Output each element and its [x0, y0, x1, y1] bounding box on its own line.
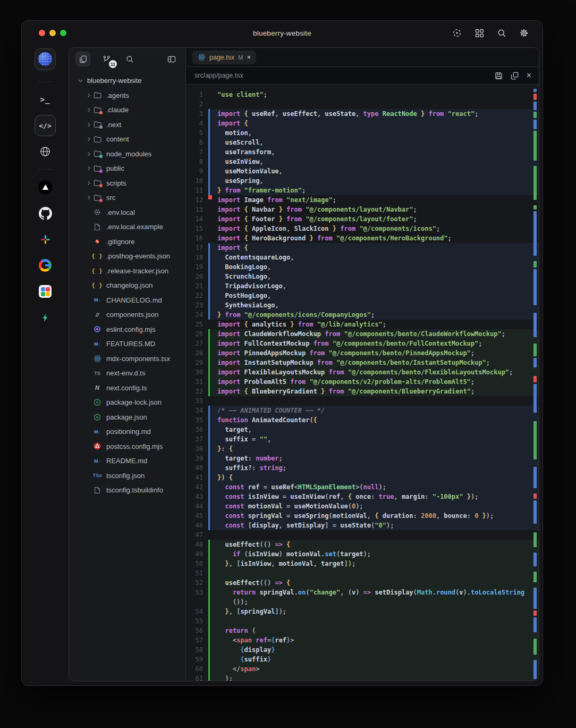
code-line-5[interactable]: 5 motion, — [186, 128, 539, 138]
code-line-20[interactable]: 20 ScrunchLogo, — [186, 272, 539, 281]
code-line-59[interactable]: 59 {suffix} — [186, 655, 539, 664]
code-line-58[interactable]: 58 {display} — [186, 645, 539, 655]
tree-item-.env.local.example[interactable]: .env.local.example — [69, 220, 185, 235]
tree-item-.gitignore[interactable]: .gitignore — [69, 235, 185, 249]
code-line-54[interactable]: 54 }, [springVal]); — [186, 607, 539, 616]
code-line-37[interactable]: 37 suffix = "", — [186, 434, 539, 444]
code-line-25[interactable]: 25import { analytics } from "@/lib/analy… — [186, 320, 539, 329]
save-file-icon[interactable] — [495, 72, 503, 80]
rail-item-github[interactable] — [35, 203, 56, 224]
code-line-3[interactable]: 3import { useRef, useEffect, useState, t… — [186, 109, 539, 119]
tree-item-eslint.config.mjs[interactable]: eslint.config.mjs — [69, 322, 185, 337]
chevron-right-icon[interactable] — [85, 151, 92, 157]
code-line-56[interactable]: 56 return ( — [186, 626, 539, 635]
code-line-57[interactable]: 57 <span ref={ref}> — [186, 635, 539, 645]
rail-item-google[interactable] — [35, 255, 56, 276]
tree-item-.env.local[interactable]: .env.local — [69, 205, 185, 220]
rail-item-code-editor[interactable]: </> — [35, 115, 56, 136]
code-line-45[interactable]: 45 const springVal = useSpring(motionVal… — [186, 511, 539, 521]
code-line-33[interactable]: 33 — [186, 396, 539, 406]
tree-item-README.md[interactable]: M↓README.md — [69, 454, 185, 468]
code-line-26[interactable]: 26import ClaudeWorkflowMockup from "@/co… — [186, 329, 539, 339]
code-line-44[interactable]: 44 const motionVal = useMotionValue(0); — [186, 501, 539, 511]
code-line-27[interactable]: 27import FullContextMockup from "@/compo… — [186, 339, 539, 348]
tree-item-postcss.config.mjs[interactable]: postcss.config.mjs — [69, 439, 185, 454]
files-view-button[interactable] — [75, 52, 90, 66]
code-line-55[interactable]: 55 — [186, 616, 539, 626]
code-line-52[interactable]: 52 useEffect(() => { — [186, 578, 539, 588]
code-line-8[interactable]: 8 useInView, — [186, 157, 539, 166]
tree-item-scripts[interactable]: scripts — [69, 176, 185, 191]
code-line-16[interactable]: 16import { HeroBackground } from "@/comp… — [186, 233, 539, 243]
code-line-15[interactable]: 15import { AppleIcon, SlackIcon } from "… — [186, 224, 539, 233]
tab-page-tsx[interactable]: page.tsx M × — [192, 51, 256, 64]
chevron-right-icon[interactable] — [85, 122, 92, 128]
code-line-6[interactable]: 6 useScroll, — [186, 138, 539, 147]
chevron-right-icon[interactable] — [85, 165, 92, 171]
code-line-40[interactable]: 40 suffix?: string; — [186, 463, 539, 473]
code-line-17[interactable]: 17import { — [186, 243, 539, 253]
tree-item-.agents[interactable]: .agents — [69, 88, 185, 103]
tree-item-content[interactable]: content — [69, 132, 185, 147]
code-line-48[interactable]: 48 useEffect(() => { — [186, 540, 539, 549]
tree-item-tsconfig.json[interactable]: TS⛭tsconfig.json — [69, 468, 185, 483]
tree-item-package-lock.json[interactable]: package-lock.json — [69, 395, 185, 410]
tab-close-icon[interactable]: × — [247, 54, 251, 61]
code-line-12[interactable]: 12import Image from "next/image"; — [186, 195, 539, 205]
code-line-53[interactable]: 53 return springVal.on("change", (v) => … — [186, 588, 539, 597]
tree-item-next-env.d.ts[interactable]: TSnext-env.d.ts — [69, 366, 185, 381]
rail-item-vercel[interactable] — [35, 177, 56, 198]
code-line-43[interactable]: 43 const isInView = useInView(ref, { onc… — [186, 492, 539, 501]
tree-item-public[interactable]: public — [69, 161, 185, 176]
rail-item-terminal[interactable]: >_ — [35, 89, 56, 110]
code-line-38[interactable]: 38}: { — [186, 444, 539, 454]
code-line-41[interactable]: 41}) { — [186, 473, 539, 482]
tree-item-.posthog-events.json[interactable]: { }.posthog-events.json — [69, 249, 185, 264]
code-line-34[interactable]: 34/* —— ANIMATED COUNTER —— */ — [186, 406, 539, 415]
code-line-46[interactable]: 46 const [display, setDisplay] = useStat… — [186, 521, 539, 530]
chevron-right-icon[interactable] — [85, 180, 92, 186]
code-line-9[interactable]: 9 useMotionValue, — [186, 166, 539, 176]
chevron-right-icon[interactable] — [85, 93, 92, 98]
code-line-1[interactable]: 1"use client"; — [186, 90, 539, 99]
code-line-23[interactable]: 23 SynthesiaLogo, — [186, 300, 539, 310]
tree-item-components.json[interactable]: //components.json — [69, 307, 185, 322]
code-line-4[interactable]: 4import { — [186, 119, 539, 128]
rail-item-photos[interactable] — [35, 281, 56, 302]
code-line-61[interactable]: 61 ); — [186, 674, 539, 681]
code-line-29[interactable]: 29import InstantSetupMockup from "@/comp… — [186, 358, 539, 367]
code-line-49[interactable]: 49 if (isInView) motionVal.set(target); — [186, 549, 539, 559]
code-line-24[interactable]: 24} from "@/components/icons/CompanyLogo… — [186, 310, 539, 320]
code-line-51[interactable]: 51 — [186, 568, 539, 578]
tree-item-CHANGELOG.md[interactable]: M↓CHANGELOG.md — [69, 293, 185, 308]
tree-item-.claude[interactable]: .claude — [69, 103, 185, 118]
search-files-button[interactable] — [122, 52, 137, 66]
code-line-47[interactable]: 47 — [186, 530, 539, 540]
rail-item-browser[interactable] — [35, 141, 56, 162]
tree-item-changelog.json[interactable]: { }changelog.json — [69, 278, 185, 293]
code-line-39[interactable]: 39 target: number; — [186, 454, 539, 463]
code-line-19[interactable]: 19 BookingLogo, — [186, 262, 539, 272]
copy-file-icon[interactable] — [511, 72, 519, 80]
code-line-50[interactable]: 50 }, [isInView, motionVal, target]); — [186, 559, 539, 568]
code-line-10[interactable]: 10 useSpring, — [186, 176, 539, 186]
rail-item-slack[interactable] — [35, 229, 56, 250]
tree-item-.release-tracker.json[interactable]: { }.release-tracker.json — [69, 264, 185, 279]
tree-item-mdx-components.tsx[interactable]: mdx-components.tsx — [69, 352, 185, 366]
code-line-42[interactable]: 42 const ref = useRef<HTMLSpanElement>(n… — [186, 482, 539, 492]
close-file-icon[interactable]: × — [527, 71, 531, 80]
tree-item-node_modules[interactable]: node_modules — [69, 147, 185, 162]
code-line-35[interactable]: 35function AnimatedCounter({ — [186, 415, 539, 425]
rail-item-bolt[interactable] — [35, 307, 56, 328]
tree-item-src[interactable]: src — [69, 190, 185, 205]
tree-root[interactable]: blueberry-website — [69, 73, 185, 88]
rail-item-blueberry-app[interactable] — [35, 48, 56, 70]
code-line-36[interactable]: 36 target, — [186, 425, 539, 434]
chevron-down-icon[interactable] — [77, 78, 84, 83]
code-line-13[interactable]: 13import { Navbar } from "@/components/l… — [186, 205, 539, 214]
chevron-right-icon[interactable] — [85, 195, 92, 200]
tree-item-package.json[interactable]: package.json — [69, 410, 185, 425]
code-line-31[interactable]: 31import ProblemAlt5 from "@/components/… — [186, 377, 539, 387]
code-line-22[interactable]: 22 PostHogLogo, — [186, 291, 539, 300]
code-line-7[interactable]: 7 useTransform, — [186, 147, 539, 157]
